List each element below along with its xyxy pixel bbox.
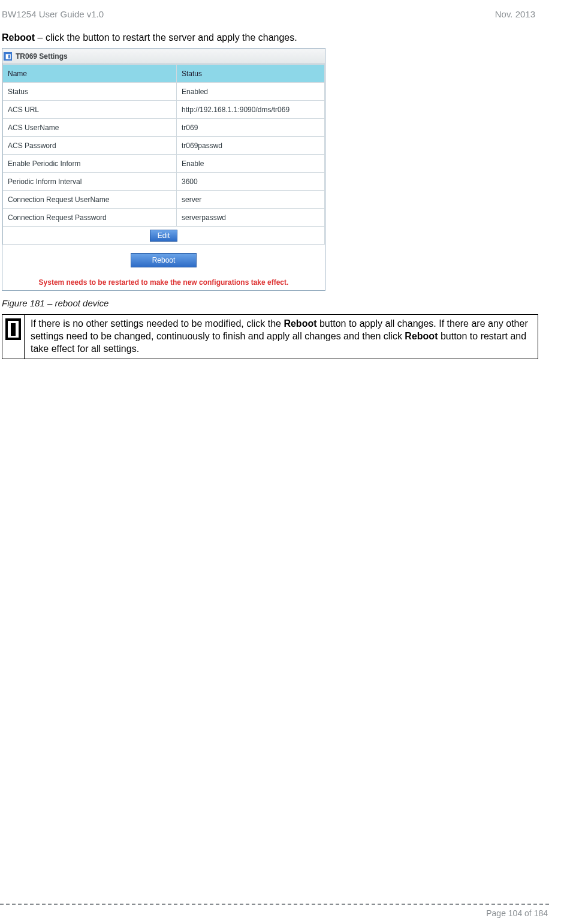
panel-titlebar: ◧ TR069 Settings — [2, 49, 325, 64]
table-header-row: Name Status — [3, 65, 325, 83]
table-row: StatusEnabled — [3, 83, 325, 101]
reboot-word: Reboot — [2, 32, 35, 43]
reboot-row: Reboot — [2, 245, 325, 272]
reboot-rest: – click the button to restart the server… — [35, 32, 297, 43]
edit-button[interactable]: Edit — [150, 230, 178, 242]
table-row: Connection Request UserNameserver — [3, 191, 325, 209]
reboot-button[interactable]: Reboot — [131, 253, 197, 267]
reboot-description: Reboot – click the button to restart the… — [2, 32, 549, 43]
footer-separator — [0, 904, 549, 905]
col-name: Name — [3, 65, 177, 83]
panel-title: TR069 Settings — [16, 52, 68, 61]
figure-caption: Figure 181 – reboot device — [2, 298, 549, 308]
header-left: BW1254 User Guide v1.0 — [2, 9, 104, 19]
table-row: Periodic Inform Interval3600 — [3, 173, 325, 191]
window-icon: ◧ — [4, 52, 12, 61]
restart-warning: System needs to be restarted to make the… — [5, 278, 322, 287]
table-row: ACS UserNametr069 — [3, 119, 325, 137]
table-row: ACS URLhttp://192.168.1.1:9090/dms/tr069 — [3, 101, 325, 119]
page-header: BW1254 User Guide v1.0 Nov. 2013 — [0, 9, 549, 25]
edit-row: Edit — [3, 227, 325, 245]
table-row: Enable Periodic InformEnable — [3, 155, 325, 173]
table-row: ACS Passwordtr069passwd — [3, 137, 325, 155]
header-right: Nov. 2013 — [495, 9, 535, 19]
col-status: Status — [176, 65, 324, 83]
info-icon — [5, 318, 21, 340]
page-footer: Page 104 of 184 — [0, 904, 549, 918]
page-number: Page 104 of 184 — [0, 908, 549, 918]
table-row: Connection Request Passwordserverpasswd — [3, 209, 325, 227]
settings-table: Name Status StatusEnabled ACS URLhttp://… — [2, 64, 325, 245]
tr069-settings-panel: ◧ TR069 Settings Name Status StatusEnabl… — [2, 48, 325, 291]
callout-text: If there is no other settings needed to … — [25, 315, 538, 359]
callout-icon-cell — [2, 315, 25, 359]
info-callout: If there is no other settings needed to … — [2, 314, 538, 359]
